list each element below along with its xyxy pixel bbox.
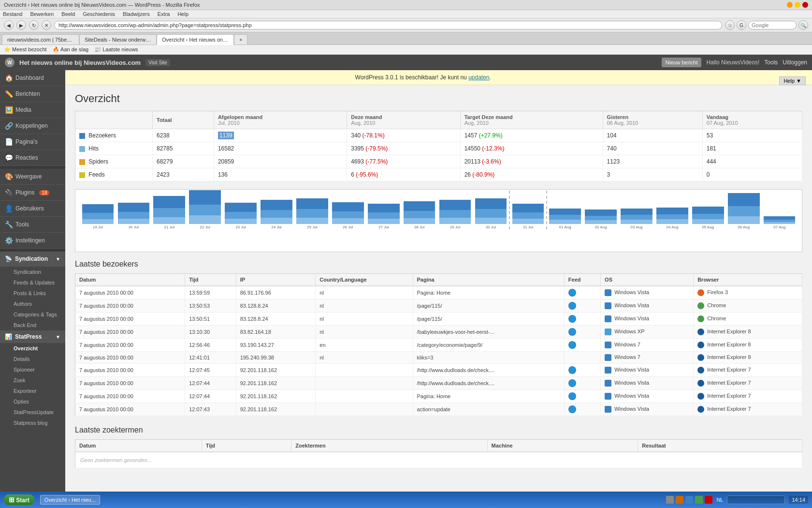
sidebar-sub-details[interactable]: Details — [0, 354, 65, 364]
bar-hits — [728, 206, 760, 216]
menu-view[interactable]: Beeld — [61, 11, 75, 17]
site-title: Het nieuws online bij NieuwsVideos.com — [19, 59, 141, 66]
sidebar-sub-overview[interactable]: Overzicht — [0, 343, 65, 354]
sidebar-item-settings[interactable]: ⚙️ Instellingen — [0, 233, 65, 249]
menu-history[interactable]: Geschiedenis — [83, 11, 115, 17]
sidebar-sub-feeds-updates[interactable]: Feeds & Updates — [0, 277, 65, 288]
visitor-pagina: /category/economie/page/9/ — [413, 339, 564, 352]
bar-spiders — [153, 217, 185, 224]
sidebar-item-dashboard[interactable]: 🏠 Dashboard — [0, 70, 65, 86]
bar-spiders — [82, 219, 114, 224]
visitor-os: Windows Vista — [601, 403, 694, 416]
star-btn[interactable]: ☆ — [725, 20, 735, 30]
os-icon — [605, 315, 611, 322]
sidebar-sub-statpressupdate[interactable]: StatPressUpdate — [0, 407, 65, 418]
bar-stack — [764, 190, 796, 224]
visitor-ip: 83.82.164.18 — [236, 326, 316, 339]
sidebar-item-comments[interactable]: 💬 Reacties — [0, 150, 65, 166]
menu-help[interactable]: Help — [177, 11, 188, 17]
help-btn[interactable]: Help ▼ — [779, 76, 806, 85]
visitor-pagina: Pagina: Home — [413, 286, 564, 299]
sidebar-sub-opties[interactable]: Opties — [0, 396, 65, 407]
sidebar-item-tools[interactable]: 🔧 Tools — [0, 217, 65, 233]
sidebar-statpress[interactable]: 📊 StatPress ▼ — [0, 330, 65, 343]
bar-hits — [692, 214, 724, 219]
sidebar-sub-posts-links[interactable]: Posts & Links — [0, 288, 65, 299]
bar-hits — [189, 205, 221, 215]
sidebar-item-posts[interactable]: ✏️ Berichten — [0, 86, 65, 102]
visitor-feed: 🌐 — [564, 377, 600, 390]
sidebar-sub-authors[interactable]: Authors — [0, 299, 65, 309]
restore-btn[interactable] — [795, 2, 800, 8]
tab-3[interactable]: Overzicht ‹ Het nieuws online bij ... — [157, 34, 234, 45]
visit-site-btn[interactable]: Visit Site — [145, 59, 170, 66]
sidebar-item-pages[interactable]: 📄 Pagina's — [0, 134, 65, 150]
media-icon: 🖼️ — [5, 106, 13, 114]
new-post-btn[interactable]: Nieuw bericht — [662, 58, 702, 67]
menu-edit[interactable]: Bewerken — [30, 11, 54, 17]
search-go-btn[interactable]: 🔍 — [798, 20, 808, 30]
start-btn[interactable]: ⊞ Start — [4, 494, 34, 505]
sidebar-syndication[interactable]: 📡 Syndication ▼ — [0, 252, 65, 267]
menu-extra[interactable]: Extra — [158, 11, 170, 17]
stats-vandaag: 181 — [702, 142, 802, 155]
logout-link[interactable]: Uitloggen — [783, 59, 807, 66]
visitor-pagina: /http://www.dudloads.de/check.... — [413, 377, 564, 390]
search-bar[interactable] — [727, 495, 785, 504]
visitor-tijd: 12:07:45 — [185, 364, 236, 377]
menu-bookmarks[interactable]: Bladwijzers — [123, 11, 150, 17]
sidebar-sub-spioneer[interactable]: Spioneer — [0, 364, 65, 375]
sidebar-item-users[interactable]: 👤 Gebruikers — [0, 201, 65, 217]
bar-stack — [225, 190, 257, 224]
sidebar-sub-syndication[interactable]: Syndication — [0, 267, 65, 277]
sidebar-sub-statpress-blog[interactable]: Statpress blog — [0, 418, 65, 428]
back-btn[interactable]: ◀ — [4, 20, 14, 30]
stop-btn[interactable]: ✕ — [42, 20, 51, 30]
bookmark-3[interactable]: 📰 Laatste nieuws — [94, 46, 138, 53]
bar-visitors — [728, 193, 760, 206]
bar-stack — [368, 190, 400, 224]
search-header: Datum — [75, 440, 202, 452]
sidebar-item-media[interactable]: 🖼️ Media — [0, 102, 65, 118]
sidebar-label-settings: Instellingen — [15, 237, 45, 244]
visitor-feed: 🌐 — [564, 339, 600, 352]
tab-new[interactable]: + — [234, 34, 247, 45]
posts-icon: ✏️ — [5, 90, 13, 98]
sidebar-item-plugins[interactable]: 🔌 Plugins 18 — [0, 185, 65, 201]
visitor-pagina: /page/115/ — [413, 313, 564, 326]
bar-visitors — [512, 204, 544, 212]
bar-spiders — [692, 219, 724, 224]
sidebar-item-links[interactable]: 🔗 Koppelingen — [0, 118, 65, 134]
visitors-header: IP — [236, 274, 316, 286]
feed-globe-icon: 🌐 — [568, 328, 576, 336]
bookmark-2[interactable]: 🔥 Aan de slag — [53, 46, 89, 53]
visitor-pagina: /http://www.dudloads.de/check.... — [413, 364, 564, 377]
minimize-btn[interactable] — [787, 2, 793, 8]
update-link[interactable]: updaten — [468, 74, 489, 81]
content-area: Overzicht Totaal Afgelopen maand Jul, 20… — [65, 85, 812, 485]
dashboard-icon: 🏠 — [5, 74, 13, 82]
menu-file[interactable]: Bestand — [3, 11, 22, 17]
sidebar-sub-categories-tags[interactable]: Categories & Tags — [0, 309, 65, 320]
chart-label: 31 Jul — [523, 225, 533, 229]
search-engine-btn[interactable]: G — [737, 20, 746, 30]
sidebar-item-appearance[interactable]: 🎨 Weergave — [0, 169, 65, 185]
users-icon: 👤 — [5, 205, 13, 212]
tab-2[interactable]: SiteDeals - Nieuw onderwerp posten — [79, 34, 157, 45]
tab-1[interactable]: nieuwsvideos.com | 75bez/dag - Sit... — [2, 34, 79, 45]
taskbar-item[interactable]: Overzicht ‹ Het nieu... — [40, 495, 100, 505]
sidebar-sub-back-end[interactable]: Back End — [0, 320, 65, 330]
reload-btn[interactable]: ↻ — [29, 20, 39, 30]
tools-link[interactable]: Tools — [764, 59, 778, 66]
chart-label: 22 Jul — [200, 225, 210, 229]
visitors-row: 7 augustus 2010 00:00 12:56:46 93.190.14… — [75, 339, 802, 352]
sidebar-sub-zoek[interactable]: Zoek — [0, 375, 65, 386]
forward-btn[interactable]: ▶ — [16, 20, 26, 30]
bookmark-1[interactable]: ⭐ Meest bezocht — [4, 46, 47, 53]
address-bar[interactable]: http://www.nieuwsvideos.com/wp-admin/adm… — [54, 21, 722, 30]
visitors-header: Datum — [75, 274, 185, 286]
search-input[interactable] — [748, 21, 797, 30]
sidebar-sub-exporteer[interactable]: Exporteer — [0, 386, 65, 396]
bar-hits — [404, 211, 435, 218]
close-btn[interactable] — [802, 2, 808, 8]
